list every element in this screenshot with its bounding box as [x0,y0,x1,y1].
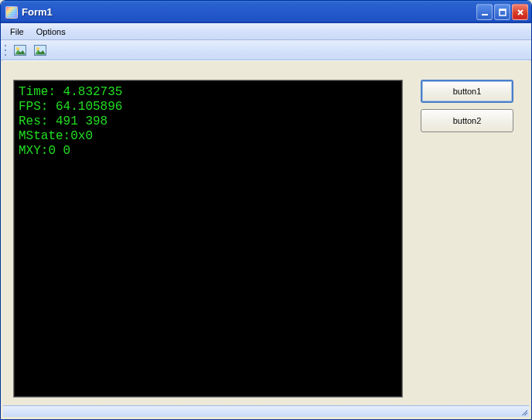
minimize-button[interactable] [476,4,493,20]
stat-mstate: MState:0x0 [19,129,93,143]
maximize-icon [499,9,506,16]
svg-rect-0 [482,14,488,15]
button2[interactable]: button2 [421,109,513,132]
titlebar[interactable]: Form1 [1,1,531,23]
close-button[interactable] [512,4,528,20]
picture-icon [14,45,26,56]
toolbar [1,40,531,60]
stat-time: Time: 4.832735 [19,85,122,99]
picture-icon [34,45,46,56]
maximize-button[interactable] [494,4,510,20]
app-window: Form1 File Options Time: 4.832735 FPS: 6… [0,0,532,420]
close-icon [517,9,524,16]
svg-rect-2 [500,9,506,11]
stat-res: Res: 491 398 [19,114,107,128]
stat-mxy: MXY:0 0 [19,144,70,158]
minimize-icon [481,9,489,16]
window-buttons [476,4,528,20]
overlay-text: Time: 4.832735 FPS: 64.105896 Res: 491 3… [19,85,397,392]
statusbar [3,405,529,417]
toolbar-button-1[interactable] [12,42,29,59]
button1[interactable]: button1 [421,80,513,103]
app-icon [5,6,18,19]
menubar: File Options [1,23,531,40]
render-viewport[interactable]: Time: 4.832735 FPS: 64.105896 Res: 491 3… [13,80,403,398]
toolbar-grip [4,43,9,57]
window-title: Form1 [22,6,476,18]
client-area: Time: 4.832735 FPS: 64.105896 Res: 491 3… [3,60,529,417]
toolbar-button-2[interactable] [32,42,49,59]
stat-fps: FPS: 64.105896 [19,100,122,114]
menu-file[interactable]: File [4,26,30,38]
resize-grip-icon[interactable] [518,406,527,415]
menu-options[interactable]: Options [30,26,72,38]
